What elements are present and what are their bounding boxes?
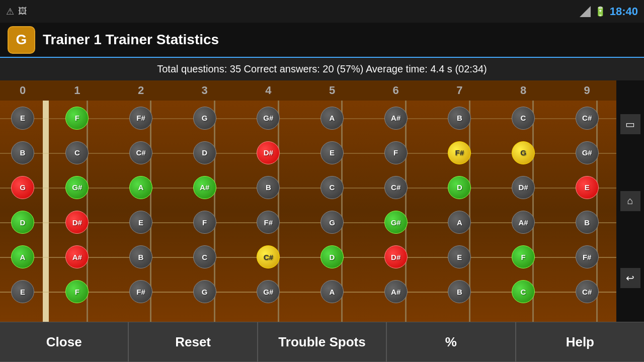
home-button[interactable]: ⌂ bbox=[620, 191, 640, 211]
stats-bar: Total questions: 35 Correct answers: 20 … bbox=[0, 58, 644, 80]
note-s5-f5[interactable]: A bbox=[320, 280, 344, 303]
note-s3-f3[interactable]: F bbox=[193, 211, 216, 234]
app-title: Trainer 1 Trainer Statistics bbox=[43, 32, 219, 48]
note-s3-f9[interactable]: B bbox=[576, 211, 599, 234]
note-s4-f0[interactable]: A bbox=[11, 245, 34, 268]
fretboard-container: 0123456789 ▭ ⌂ ↩ EFF#GG#AA#BCC#BCC#DD#EF… bbox=[0, 80, 644, 322]
note-s1-f2[interactable]: C# bbox=[129, 141, 152, 164]
fret-number-8: 8 bbox=[520, 84, 526, 97]
fret-number-9: 9 bbox=[584, 84, 590, 97]
fret-number-4: 4 bbox=[265, 84, 271, 97]
note-s2-f6[interactable]: C# bbox=[384, 176, 408, 199]
note-s0-f3[interactable]: G bbox=[193, 107, 216, 130]
stats-text: Total questions: 35 Correct answers: 20 … bbox=[157, 63, 487, 75]
fret-number-2: 2 bbox=[138, 84, 144, 97]
close-button[interactable]: Close bbox=[0, 322, 128, 362]
note-s2-f0[interactable]: G bbox=[11, 176, 34, 199]
battery-icon: 🔋 bbox=[595, 6, 606, 17]
status-left: ⚠ 🖼 bbox=[6, 6, 27, 17]
image-icon: 🖼 bbox=[18, 6, 27, 17]
trouble-spots-button[interactable]: Trouble Spots bbox=[258, 322, 386, 362]
fret-number-7: 7 bbox=[456, 84, 462, 97]
note-s2-f9[interactable]: E bbox=[576, 176, 599, 199]
note-s3-f1[interactable]: D# bbox=[65, 211, 89, 234]
percent-button[interactable]: % bbox=[386, 322, 515, 362]
fret-numbers: 0123456789 bbox=[0, 80, 619, 101]
reset-button[interactable]: Reset bbox=[128, 322, 257, 362]
status-bar: ⚠ 🖼 🔋 18:40 bbox=[0, 0, 644, 23]
warning-icon: ⚠ bbox=[6, 6, 14, 17]
note-s2-f2[interactable]: A bbox=[129, 176, 152, 199]
note-s0-f1[interactable]: F bbox=[65, 107, 89, 130]
note-s3-f4[interactable]: F# bbox=[257, 211, 280, 234]
app-bar: G Trainer 1 Trainer Statistics bbox=[0, 23, 644, 58]
note-s1-f4[interactable]: D# bbox=[257, 141, 280, 164]
note-s4-f2[interactable]: B bbox=[129, 245, 152, 268]
note-s0-f5[interactable]: A bbox=[320, 107, 344, 130]
fret-number-3: 3 bbox=[202, 84, 208, 97]
back-button[interactable]: ↩ bbox=[620, 268, 640, 288]
signal-icon bbox=[580, 6, 591, 17]
note-s3-f7[interactable]: A bbox=[448, 211, 471, 234]
note-s0-f7[interactable]: B bbox=[448, 107, 471, 130]
help-button[interactable]: Help bbox=[516, 322, 644, 362]
note-s4-f7[interactable]: E bbox=[448, 245, 471, 268]
note-s5-f8[interactable]: C bbox=[512, 280, 535, 303]
note-s0-f0[interactable]: E bbox=[11, 107, 34, 130]
note-s5-f4[interactable]: G# bbox=[257, 280, 280, 303]
note-s2-f1[interactable]: G# bbox=[65, 176, 89, 199]
note-s4-f3[interactable]: C bbox=[193, 245, 216, 268]
note-s5-f3[interactable]: G bbox=[193, 280, 216, 303]
fret-number-6: 6 bbox=[393, 84, 399, 97]
note-s5-f1[interactable]: F bbox=[65, 280, 89, 303]
note-s2-f4[interactable]: B bbox=[257, 176, 280, 199]
right-controls[interactable]: ▭ ⌂ ↩ bbox=[616, 80, 644, 322]
note-s1-f5[interactable]: E bbox=[320, 141, 344, 164]
note-s5-f2[interactable]: F# bbox=[129, 280, 152, 303]
note-s0-f6[interactable]: A# bbox=[384, 107, 408, 130]
note-s1-f0[interactable]: B bbox=[11, 141, 34, 164]
fret-number-0: 0 bbox=[20, 84, 26, 97]
note-s4-f5[interactable]: D bbox=[320, 245, 344, 268]
note-s3-f5[interactable]: G bbox=[320, 211, 344, 234]
note-s4-f4[interactable]: C# bbox=[257, 245, 280, 268]
note-s2-f5[interactable]: C bbox=[320, 176, 344, 199]
fret-number-1: 1 bbox=[74, 84, 80, 97]
note-s5-f7[interactable]: B bbox=[448, 280, 471, 303]
note-s0-f8[interactable]: C bbox=[512, 107, 535, 130]
time-display: 18:40 bbox=[610, 5, 638, 18]
note-s0-f9[interactable]: C# bbox=[576, 107, 599, 130]
note-s1-f1[interactable]: C bbox=[65, 141, 89, 164]
note-s3-f6[interactable]: G# bbox=[384, 211, 408, 234]
note-s2-f7[interactable]: D bbox=[448, 176, 471, 199]
note-s1-f3[interactable]: D bbox=[193, 141, 216, 164]
note-s3-f2[interactable]: E bbox=[129, 211, 152, 234]
note-s4-f9[interactable]: F# bbox=[576, 245, 599, 268]
note-s3-f8[interactable]: A# bbox=[512, 211, 535, 234]
landscape-button[interactable]: ▭ bbox=[620, 114, 640, 134]
nut-line bbox=[43, 101, 49, 322]
note-s4-f6[interactable]: D# bbox=[384, 245, 408, 268]
note-s1-f8[interactable]: G bbox=[512, 141, 535, 164]
status-right: 🔋 18:40 bbox=[580, 5, 638, 18]
note-s3-f0[interactable]: D bbox=[11, 211, 34, 234]
note-s1-f9[interactable]: G# bbox=[576, 141, 599, 164]
note-s2-f8[interactable]: D# bbox=[512, 176, 535, 199]
note-s5-f0[interactable]: E bbox=[11, 280, 34, 303]
note-s5-f6[interactable]: A# bbox=[384, 280, 408, 303]
note-s0-f4[interactable]: G# bbox=[257, 107, 280, 130]
fret-number-5: 5 bbox=[329, 84, 335, 97]
note-s2-f3[interactable]: A# bbox=[193, 176, 216, 199]
note-s1-f7[interactable]: F# bbox=[448, 141, 471, 164]
svg-marker-0 bbox=[580, 6, 591, 17]
note-s0-f2[interactable]: F# bbox=[129, 107, 152, 130]
note-s4-f8[interactable]: F bbox=[512, 245, 535, 268]
note-s5-f9[interactable]: C# bbox=[576, 280, 599, 303]
note-s1-f6[interactable]: F bbox=[384, 141, 408, 164]
note-s4-f1[interactable]: A# bbox=[65, 245, 89, 268]
app-icon: G bbox=[8, 26, 35, 54]
bottom-bar: Close Reset Trouble Spots % Help bbox=[0, 322, 644, 362]
